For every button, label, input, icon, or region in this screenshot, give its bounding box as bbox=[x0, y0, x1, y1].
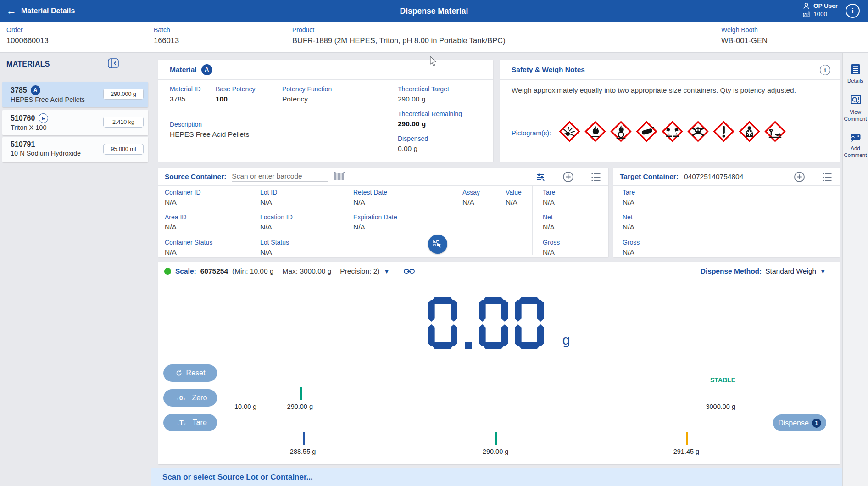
reset-icon bbox=[175, 369, 183, 377]
scale-selector[interactable]: Scale: 6075254 (Min: 10.00 g Max: 3000.0… bbox=[164, 267, 415, 275]
material-item-id: 510791 bbox=[11, 140, 35, 149]
weight-unit: g bbox=[562, 332, 570, 349]
context-bar: Order 1000660013 Batch 166013 Product BU… bbox=[0, 22, 868, 53]
active-material-badge: A bbox=[31, 85, 40, 95]
site-icon bbox=[802, 11, 810, 17]
dispense-method-selector[interactable]: Dispense Method: Standard Weigh ▼ bbox=[701, 267, 826, 275]
material-panel: Material A Material ID 3785 Base Potency… bbox=[158, 60, 493, 162]
barcode-icon[interactable] bbox=[334, 172, 345, 181]
range-target-tick bbox=[300, 387, 302, 400]
mouse-cursor bbox=[429, 56, 438, 67]
zero-button[interactable]: →0← Zero bbox=[163, 389, 217, 407]
potency-function-field: Potency Function Potency bbox=[282, 85, 332, 103]
container-status-field: Container StatusN/A bbox=[165, 239, 212, 257]
order-label: Order bbox=[6, 26, 49, 34]
safety-panel-title: Safety & Weigh Notes bbox=[512, 66, 585, 74]
container-id-field: Container IDN/A bbox=[165, 189, 201, 207]
batch-field: Batch 166013 bbox=[154, 26, 179, 45]
tolerance-high-label: 291.45 g bbox=[673, 448, 699, 455]
assay-field: AssayN/A bbox=[462, 189, 480, 207]
tare-icon: →T← bbox=[173, 419, 189, 426]
weigh-booth-value: WB-001-GEN bbox=[721, 36, 768, 45]
add-comment-button[interactable]: Add Comment bbox=[843, 132, 868, 158]
value-field: ValueN/A bbox=[506, 189, 522, 207]
container-list-icon[interactable] bbox=[590, 172, 602, 182]
order-field: Order 1000660013 bbox=[6, 26, 49, 45]
view-comment-button[interactable]: View Comment bbox=[843, 94, 868, 122]
ghs-gas-cylinder-icon bbox=[636, 121, 657, 142]
dispense-method-value: Standard Weigh bbox=[765, 267, 816, 275]
qr-scanner-icon[interactable] bbox=[428, 235, 447, 254]
material-list-item[interactable]: 3785 A HEPES Free Acid Pellets 290.000 g bbox=[2, 82, 148, 107]
target-gross-field: GrossN/A bbox=[623, 239, 640, 257]
tare-button[interactable]: →T← Tare bbox=[163, 414, 217, 431]
tolerance-bar bbox=[254, 432, 735, 445]
ghs-health-hazard-icon bbox=[739, 121, 760, 142]
theoretical-target-field: Theoretical Target 290.00 g bbox=[398, 85, 449, 103]
scale-select-icon[interactable] bbox=[535, 172, 546, 183]
weigh-note-text: Weigh approximately equally into two app… bbox=[512, 85, 812, 95]
user-cluster[interactable]: OP User 1000 bbox=[802, 2, 838, 17]
reset-button[interactable]: Reset bbox=[163, 364, 217, 382]
collapse-sidebar-icon[interactable] bbox=[107, 57, 119, 69]
source-barcode-input[interactable] bbox=[232, 171, 328, 182]
scale-label: Scale: bbox=[175, 267, 196, 275]
add-comment-icon bbox=[849, 132, 862, 143]
weigh-booth-field: Weigh Booth WB-001-GEN bbox=[721, 26, 768, 45]
order-value: 1000660013 bbox=[6, 36, 49, 45]
prompt-bar[interactable]: Scan or select Source Lot or Container..… bbox=[151, 468, 842, 486]
add-target-container-icon[interactable] bbox=[794, 171, 805, 183]
tolerance-target-tick bbox=[495, 432, 497, 445]
source-net-field: NetN/A bbox=[543, 213, 555, 231]
target-net-field: NetN/A bbox=[623, 213, 634, 231]
scale-panel: Scale: 6075254 (Min: 10.00 g Max: 3000.0… bbox=[158, 262, 840, 464]
material-item-qty: 95.000 ml bbox=[103, 144, 144, 155]
prompt-message: Scan or select Source Lot or Container..… bbox=[162, 473, 313, 482]
material-item-qty: 290.000 g bbox=[103, 89, 144, 100]
material-a-badge: A bbox=[201, 64, 212, 75]
dispense-material-screen: ← Material Details Dispense Material OP … bbox=[0, 0, 868, 486]
source-container-title: Source Container: bbox=[165, 173, 226, 181]
dispense-method-label: Dispense Method: bbox=[701, 267, 762, 275]
zero-icon: →0← bbox=[173, 394, 189, 402]
range-target-label: 290.00 g bbox=[287, 403, 313, 410]
material-id-field: Material ID 3785 bbox=[170, 85, 201, 103]
pictograms-label: Pictogram(s): bbox=[512, 129, 551, 137]
ghs-toxic-icon bbox=[687, 121, 709, 142]
info-icon[interactable]: i bbox=[846, 4, 860, 18]
details-button[interactable]: Details bbox=[843, 63, 868, 84]
source-gross-field: GrossN/A bbox=[543, 239, 560, 257]
tolerance-low-label: 288.55 g bbox=[290, 448, 316, 455]
dispense-method-dropdown-icon: ▼ bbox=[820, 268, 826, 275]
target-container-panel: Target Container: 040725140754804 TareN/… bbox=[613, 168, 840, 257]
stable-indicator: STABLE bbox=[710, 376, 735, 384]
seven-segment-display bbox=[428, 297, 544, 349]
scale-status-dot bbox=[164, 268, 171, 275]
scale-dropdown-icon[interactable]: ▼ bbox=[384, 268, 390, 275]
target-tare-field: TareN/A bbox=[623, 189, 635, 207]
excipient-material-badge: E bbox=[39, 113, 48, 123]
expiration-date-field: Expiration DateN/A bbox=[353, 213, 397, 231]
area-id-field: Area IDN/A bbox=[165, 213, 186, 231]
ghs-irritant-icon bbox=[713, 121, 734, 142]
batch-label: Batch bbox=[154, 26, 179, 34]
ghs-environment-icon bbox=[764, 121, 786, 142]
link-scale-icon[interactable] bbox=[404, 268, 415, 275]
target-container-list-icon[interactable] bbox=[822, 172, 833, 182]
lot-id-field: Lot IDN/A bbox=[260, 189, 277, 207]
retest-date-field: Retest DateN/A bbox=[353, 189, 387, 207]
user-name: OP User bbox=[813, 2, 838, 9]
dispense-count-badge: 1 bbox=[812, 419, 821, 428]
safety-weigh-notes-panel: Safety & Weigh Notes i Weigh approximate… bbox=[500, 60, 840, 162]
safety-info-icon[interactable]: i bbox=[820, 65, 830, 75]
dispensed-field: Dispensed 0.00 g bbox=[398, 135, 428, 153]
add-container-icon[interactable] bbox=[562, 171, 574, 183]
dispense-button[interactable]: Dispense 1 bbox=[773, 414, 826, 431]
tolerance-low-tick bbox=[303, 432, 305, 445]
material-list-item[interactable]: 510760 E Triton X 100 2.410 kg bbox=[2, 110, 148, 135]
range-bar bbox=[254, 387, 735, 400]
material-list-item[interactable]: 510791 10 N Sodium Hydroxide 95.000 ml bbox=[2, 137, 148, 162]
target-container-id: 040725140754804 bbox=[684, 173, 743, 181]
location-id-field: Location IDN/A bbox=[260, 213, 293, 231]
materials-sidebar: MATERIALS 3785 A HEPES Free Acid Pellets… bbox=[0, 53, 151, 486]
